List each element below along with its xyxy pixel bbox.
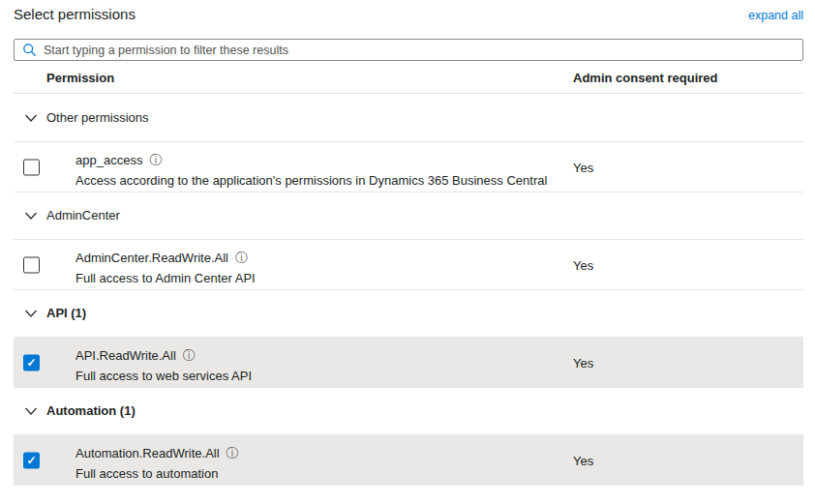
page-title: Select permissions bbox=[14, 6, 136, 22]
chevron-down-icon[interactable] bbox=[23, 403, 39, 419]
permission-description: Full access to automation bbox=[75, 463, 803, 485]
search-input[interactable] bbox=[44, 40, 795, 60]
permission-checkbox[interactable]: ✓ bbox=[23, 452, 40, 468]
group-header-other-permissions[interactable]: Other permissions bbox=[14, 94, 803, 141]
admin-consent-value: Yes bbox=[573, 453, 593, 467]
permission-checkbox[interactable]: ✓ bbox=[23, 354, 40, 371]
info-icon[interactable]: ⓘ bbox=[149, 154, 162, 166]
titlebar: Select permissions expand all bbox=[14, 6, 803, 31]
permission-description: Full access to Admin Center API bbox=[75, 268, 803, 289]
chevron-down-icon[interactable] bbox=[23, 306, 39, 321]
column-header-admin-consent: Admin consent required bbox=[573, 70, 718, 84]
chevron-down-icon[interactable] bbox=[23, 110, 39, 126]
checkmark-icon: ✓ bbox=[26, 455, 36, 466]
admin-consent-value: Yes bbox=[573, 160, 593, 174]
info-icon[interactable]: ⓘ bbox=[235, 252, 248, 264]
permission-name: API.ReadWrite.All bbox=[75, 348, 176, 363]
table-header: Permission Admin consent required bbox=[14, 61, 803, 94]
search-icon bbox=[22, 43, 37, 57]
group-header-automation[interactable]: Automation (1) bbox=[14, 387, 803, 434]
group-header-api[interactable]: API (1) bbox=[14, 289, 803, 337]
permission-checkbox[interactable]: ✓ bbox=[23, 256, 40, 273]
column-header-permission: Permission bbox=[46, 70, 114, 84]
group-label: Automation (1) bbox=[46, 403, 136, 418]
permission-row[interactable]: ✓ API.ReadWrite.All ⓘ Full access to web… bbox=[14, 337, 803, 388]
permission-row[interactable]: ✓ app_access ⓘ Access according to the a… bbox=[14, 141, 803, 193]
info-icon[interactable]: ⓘ bbox=[183, 349, 196, 362]
permission-name: Automation.ReadWrite.All bbox=[75, 446, 220, 460]
chevron-down-icon[interactable] bbox=[23, 208, 39, 223]
group-header-admincenter[interactable]: AdminCenter bbox=[14, 192, 803, 239]
search-box[interactable] bbox=[14, 39, 803, 61]
permission-name: AdminCenter.ReadWrite.All bbox=[75, 251, 228, 265]
group-label: Other permissions bbox=[46, 110, 148, 125]
group-label: AdminCenter bbox=[46, 208, 120, 222]
permission-row[interactable]: ✓ AdminCenter.ReadWrite.All ⓘ Full acces… bbox=[14, 239, 803, 290]
admin-consent-value: Yes bbox=[573, 355, 593, 370]
checkmark-icon: ✓ bbox=[26, 357, 36, 369]
permission-checkbox[interactable]: ✓ bbox=[23, 159, 40, 175]
permission-description: Full access to web services API bbox=[75, 366, 803, 387]
group-label: API (1) bbox=[46, 306, 86, 320]
expand-all-link[interactable]: expand all bbox=[748, 9, 803, 22]
permission-row[interactable]: ✓ Automation.ReadWrite.All ⓘ Full access… bbox=[14, 434, 803, 486]
info-icon[interactable]: ⓘ bbox=[226, 447, 239, 460]
admin-consent-value: Yes bbox=[573, 257, 593, 272]
permission-description: Access according to the application's pe… bbox=[75, 170, 803, 192]
permission-name: app_access bbox=[75, 153, 142, 167]
select-permissions-panel: Select permissions expand all Permission… bbox=[0, 0, 815, 486]
